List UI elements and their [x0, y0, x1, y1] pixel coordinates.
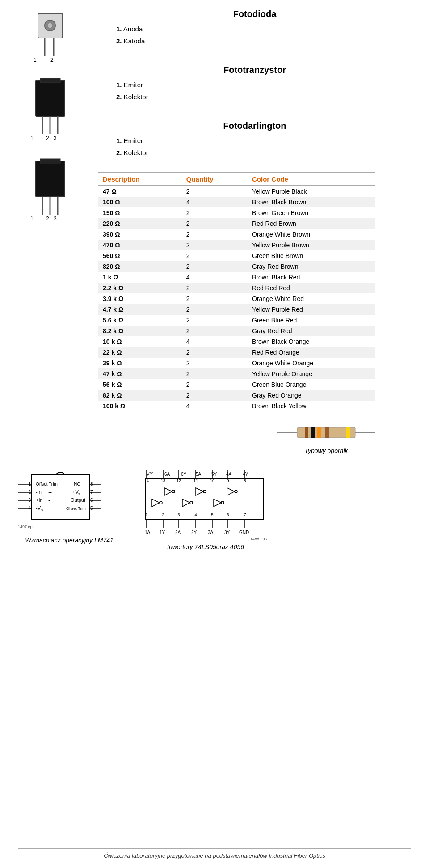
svg-text:+: + [48, 489, 52, 496]
footer-text: Ćwiczenia laboratoryjne przygotowane na … [104, 852, 325, 859]
svg-text:-V: -V [36, 505, 41, 511]
cell-colorcode: Red Red Brown [248, 218, 375, 229]
svg-point-2 [47, 23, 53, 28]
table-row: 10 k Ω4Brown Black Orange [98, 336, 375, 347]
svg-text:5: 5 [211, 512, 213, 517]
cell-colorcode: Orange White Red [248, 293, 375, 304]
cell-colorcode: Gray Red Orange [248, 390, 375, 401]
cell-quantity: 2 [182, 250, 248, 261]
table-row: 22 k Ω2Red Red Orange [98, 347, 375, 358]
svg-text:1A: 1A [145, 530, 151, 535]
cell-description: 1 k Ω [98, 272, 182, 283]
cell-description: 4.7 k Ω [98, 304, 182, 315]
svg-text:+In: +In [36, 497, 43, 503]
svg-text:1: 1 [30, 216, 34, 222]
table-row: 470 Ω2Yellow Purple Brown [98, 240, 375, 250]
table-header-row: Description Quantity Color Code [98, 173, 375, 186]
fotodioda-pin-2: 2. Katoda [116, 35, 411, 47]
svg-text:6Y: 6Y [181, 472, 187, 477]
cell-quantity: 2 [182, 347, 248, 358]
svg-text:2: 2 [46, 135, 49, 141]
svg-text:8: 8 [244, 478, 246, 483]
cell-description: 2.2 k Ω [98, 283, 182, 293]
svg-text:2: 2 [162, 512, 164, 517]
cell-quantity: 4 [182, 272, 248, 283]
cell-description: 47 Ω [98, 186, 182, 197]
cell-colorcode: Red Red Orange [248, 347, 375, 358]
svg-text:4Y: 4Y [243, 472, 248, 477]
cell-colorcode: Green Blue Brown [248, 250, 375, 261]
svg-rect-26 [311, 427, 315, 438]
fotodioda-pin-1: 1. Anoda [116, 23, 411, 35]
svg-text:3: 3 [54, 216, 57, 222]
cell-description: 560 Ω [98, 250, 182, 261]
fototranzystor-pin-2: 2. Kolektor [116, 91, 411, 103]
cell-colorcode: Yellow Purple Black [248, 186, 375, 197]
fototranzystor-pin-1: 1. Emiter [116, 79, 411, 91]
svg-text:2: 2 [50, 57, 54, 63]
svg-text:-: - [48, 497, 50, 504]
cell-colorcode: Brown Green Brown [248, 207, 375, 218]
cell-quantity: 2 [182, 379, 248, 390]
svg-text:3: 3 [54, 135, 57, 141]
svg-text:GND: GND [239, 530, 249, 535]
svg-text:s: s [78, 492, 80, 496]
resistor-caption: Typowy opornik [304, 447, 348, 454]
fotodarlington-pin-2: 2. Kolektor [116, 147, 411, 159]
cell-colorcode: Red Red Red [248, 283, 375, 293]
cell-quantity: 2 [182, 315, 248, 326]
cell-colorcode: Orange White Orange [248, 358, 375, 368]
cell-quantity: 2 [182, 229, 248, 240]
svg-text:Offset Trim: Offset Trim [36, 482, 58, 487]
svg-text:4A: 4A [226, 472, 232, 477]
table-row: 5.6 k Ω2Green Blue Red [98, 315, 375, 326]
table-row: 150 Ω2Brown Green Brown [98, 207, 375, 218]
cell-colorcode: Yellow Purple Red [248, 304, 375, 315]
cell-colorcode: Brown Black Brown [248, 197, 375, 207]
svg-rect-16 [40, 159, 60, 163]
cell-quantity: 2 [182, 261, 248, 272]
74ls05-caption: Inwertery 74LS05oraz 4096 [167, 543, 244, 550]
table-row: 390 Ω2Orange White Brown [98, 229, 375, 240]
col-description: Description [98, 173, 182, 186]
resistor-table: Description Quantity Color Code 47 Ω2Yel… [98, 172, 375, 411]
fotodarlington-diagram: 1 2 3 [27, 157, 80, 228]
lm741-caption: Wzmacniacz operacyjny LM741 [25, 537, 114, 544]
svg-text:Output: Output [71, 497, 85, 503]
cell-colorcode: Brown Black Yellow [248, 401, 375, 411]
svg-text:V: V [147, 472, 150, 477]
table-body: 47 Ω2Yellow Purple Black100 Ω4Brown Blac… [98, 186, 375, 411]
cell-description: 3.9 k Ω [98, 293, 182, 304]
table-row: 220 Ω2Red Red Brown [98, 218, 375, 229]
col-colorcode: Color Code [248, 173, 375, 186]
table-row: 100 Ω4Brown Black Brown [98, 197, 375, 207]
svg-text:cc: cc [150, 471, 153, 475]
cell-description: 220 Ω [98, 218, 182, 229]
cell-quantity: 2 [182, 368, 248, 379]
cell-quantity: 2 [182, 293, 248, 304]
cell-quantity: 2 [182, 240, 248, 250]
cell-description: 390 Ω [98, 229, 182, 240]
cell-colorcode: Gray Red Brown [248, 261, 375, 272]
svg-text:9: 9 [227, 478, 229, 483]
cell-colorcode: Green Blue Orange [248, 379, 375, 390]
svg-rect-8 [40, 78, 60, 83]
svg-rect-15 [36, 161, 65, 197]
svg-rect-31 [31, 474, 89, 519]
svg-rect-29 [346, 427, 350, 438]
table-row: 47 Ω2Yellow Purple Black [98, 186, 375, 197]
cell-description: 100 Ω [98, 197, 182, 207]
svg-text:6A: 6A [164, 472, 170, 477]
table-row: 1 k Ω4Brown Black Red [98, 272, 375, 283]
cell-colorcode: Yellow Purple Orange [248, 368, 375, 379]
cell-colorcode: Orange White Brown [248, 229, 375, 240]
svg-text:2: 2 [46, 216, 49, 222]
table-row: 820 Ω2Gray Red Brown [98, 261, 375, 272]
svg-text:3Y: 3Y [224, 530, 230, 535]
svg-text:2Y: 2Y [191, 530, 197, 535]
svg-rect-7 [36, 80, 65, 116]
svg-text:1488.eps: 1488.eps [250, 537, 267, 541]
resistor-svg [277, 420, 375, 445]
table-row: 82 k Ω2Gray Red Orange [98, 390, 375, 401]
cell-quantity: 2 [182, 390, 248, 401]
